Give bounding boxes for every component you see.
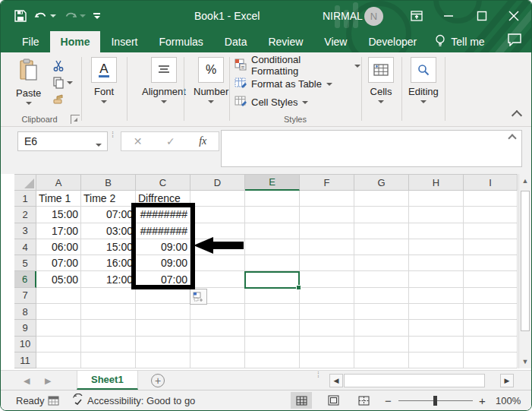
cell-D8[interactable]: [190, 304, 245, 320]
cell-G3[interactable]: [354, 223, 409, 239]
cell-H4[interactable]: [409, 239, 464, 255]
row-header-2[interactable]: 2: [14, 207, 36, 223]
zoom-in-button[interactable]: +: [479, 390, 486, 410]
add-sheet-button[interactable]: +: [151, 374, 165, 387]
page-break-view-button[interactable]: [353, 392, 374, 409]
scroll-down-icon[interactable]: ▼: [519, 355, 531, 368]
cell-I4[interactable]: [464, 239, 518, 255]
cell-A1[interactable]: Time 1: [36, 191, 81, 207]
cell-A8[interactable]: [36, 304, 81, 320]
row-header-11[interactable]: 11: [14, 353, 36, 368]
horizontal-scroll-thumb[interactable]: [344, 374, 485, 387]
row-header-1[interactable]: 1: [14, 191, 36, 207]
ribbon-display-options-button[interactable]: [404, 1, 430, 31]
customize-qat-button[interactable]: [93, 13, 100, 19]
cell-I3[interactable]: [464, 223, 518, 239]
cell-I7[interactable]: [464, 288, 518, 304]
avatar[interactable]: N: [364, 7, 383, 26]
cell-I10[interactable]: [464, 337, 518, 353]
cell-C7[interactable]: [136, 288, 190, 304]
cell-G6[interactable]: [354, 271, 409, 287]
cell-E9[interactable]: [245, 320, 300, 336]
cell-I2[interactable]: [464, 207, 518, 223]
column-header-C[interactable]: C: [136, 174, 190, 191]
page-layout-view-button[interactable]: [323, 392, 344, 409]
zoom-level[interactable]: 100%: [496, 390, 521, 410]
cell-D2[interactable]: [190, 207, 245, 223]
cell-B7[interactable]: [81, 288, 136, 304]
cell-G1[interactable]: [354, 191, 409, 207]
cell-E3[interactable]: [245, 223, 300, 239]
paste-button[interactable]: Paste: [16, 58, 41, 105]
cell-D5[interactable]: [190, 255, 245, 271]
cell-A11[interactable]: [36, 353, 81, 368]
font-menu-button[interactable]: A Font: [91, 57, 117, 103]
column-header-B[interactable]: B: [81, 174, 136, 191]
column-header-I[interactable]: I: [464, 174, 518, 191]
cell-D6[interactable]: [190, 271, 245, 287]
cell-E1[interactable]: [245, 191, 300, 207]
tab-review[interactable]: Review: [257, 31, 313, 52]
cell-G4[interactable]: [354, 239, 409, 255]
zoom-slider-thumb[interactable]: [433, 396, 437, 406]
cell-C10[interactable]: [136, 337, 190, 353]
cell-F4[interactable]: [300, 239, 354, 255]
cell-G7[interactable]: [354, 288, 409, 304]
row-header-10[interactable]: 10: [14, 337, 36, 353]
column-header-D[interactable]: D: [190, 174, 245, 191]
cell-I6[interactable]: [464, 271, 518, 287]
column-header-H[interactable]: H: [409, 174, 464, 191]
row-header-9[interactable]: 9: [14, 320, 36, 336]
cell-F10[interactable]: [300, 337, 354, 353]
copy-button[interactable]: [52, 75, 73, 90]
cell-A9[interactable]: [36, 320, 81, 336]
cell-G9[interactable]: [354, 320, 409, 336]
cell-E7[interactable]: [245, 288, 300, 304]
cell-I5[interactable]: [464, 255, 518, 271]
cell-B2[interactable]: 07:00: [81, 207, 136, 223]
cell-I8[interactable]: [464, 304, 518, 320]
tab-home[interactable]: Home: [50, 31, 101, 52]
column-header-F[interactable]: F: [300, 174, 354, 191]
cell-D9[interactable]: [190, 320, 245, 336]
cell-B10[interactable]: [81, 337, 136, 353]
column-header-A[interactable]: A: [36, 174, 81, 191]
insert-function-button[interactable]: fx: [199, 135, 206, 147]
row-header-3[interactable]: 3: [14, 223, 36, 239]
macro-record-icon[interactable]: [48, 390, 59, 410]
cell-F1[interactable]: [300, 191, 354, 207]
cells-menu-button[interactable]: Cells: [368, 57, 394, 103]
column-header-G[interactable]: G: [354, 174, 409, 191]
vertical-scrollbar[interactable]: ▲ ▼: [518, 174, 531, 368]
cell-A10[interactable]: [36, 337, 81, 353]
tell-me-box[interactable]: Tell me: [427, 31, 492, 52]
cut-button[interactable]: [52, 58, 73, 74]
cell-F8[interactable]: [300, 304, 354, 320]
cell-H8[interactable]: [409, 304, 464, 320]
number-menu-button[interactable]: % Number: [194, 57, 228, 103]
cell-D10[interactable]: [190, 337, 245, 353]
close-button[interactable]: [501, 1, 527, 31]
cell-G10[interactable]: [354, 337, 409, 353]
conditional-formatting-button[interactable]: = Conditional Formatting: [235, 56, 360, 74]
maximize-button[interactable]: [469, 1, 495, 31]
editing-menu-button[interactable]: Editing: [408, 57, 439, 103]
cell-D11[interactable]: [190, 353, 245, 368]
cell-H6[interactable]: [409, 271, 464, 287]
cell-B6[interactable]: 12:00: [81, 271, 136, 287]
accessibility-status[interactable]: Accessibility: Good to go: [72, 390, 195, 410]
tab-data[interactable]: Data: [214, 31, 258, 52]
cell-B1[interactable]: Time 2: [81, 191, 136, 207]
cell-H5[interactable]: [409, 255, 464, 271]
name-box-dropdown-icon[interactable]: [96, 144, 102, 147]
undo-button[interactable]: [34, 10, 56, 22]
vertical-scroll-thumb[interactable]: [521, 191, 530, 331]
cell-H1[interactable]: [409, 191, 464, 207]
cell-H9[interactable]: [409, 320, 464, 336]
comments-icon[interactable]: [507, 33, 522, 49]
cell-F6[interactable]: [300, 271, 354, 287]
collapse-formula-bar-icon[interactable]: [508, 134, 516, 142]
row-header-5[interactable]: 5: [14, 255, 36, 271]
cell-A7[interactable]: [36, 288, 81, 304]
name-box[interactable]: E6: [17, 131, 108, 151]
